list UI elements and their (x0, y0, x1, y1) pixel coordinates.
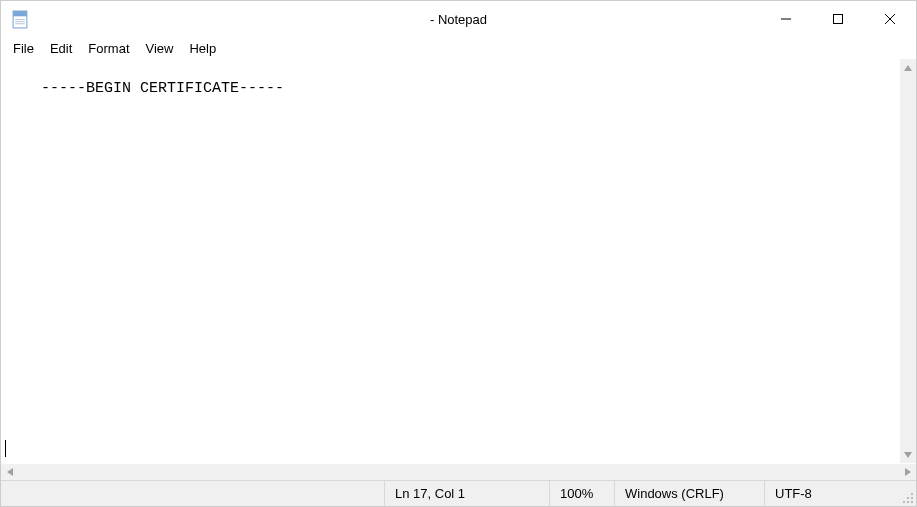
status-line-ending: Windows (CRLF) (614, 481, 764, 506)
menu-format[interactable]: Format (80, 39, 137, 58)
minimize-button[interactable] (760, 1, 812, 37)
scroll-right-icon[interactable] (899, 464, 916, 481)
svg-rect-1 (13, 11, 27, 16)
maximize-button[interactable] (812, 1, 864, 37)
menu-help[interactable]: Help (181, 39, 224, 58)
status-position: Ln 17, Col 1 (384, 481, 549, 506)
status-spacer (1, 481, 384, 506)
horizontal-scrollbar[interactable] (1, 463, 916, 480)
window-controls (760, 1, 916, 37)
close-button[interactable] (864, 1, 916, 37)
svg-point-9 (911, 493, 913, 495)
svg-point-10 (907, 497, 909, 499)
svg-point-12 (903, 501, 905, 503)
svg-point-14 (911, 501, 913, 503)
svg-point-11 (911, 497, 913, 499)
resize-grip-icon[interactable] (899, 481, 916, 506)
status-zoom: 100% (549, 481, 614, 506)
vertical-scrollbar[interactable] (899, 59, 916, 463)
svg-point-13 (907, 501, 909, 503)
menu-view[interactable]: View (138, 39, 182, 58)
text-editor[interactable]: -----BEGIN CERTIFICATE----- (1, 59, 899, 463)
editor-content: -----BEGIN CERTIFICATE----- (41, 80, 284, 97)
menu-file[interactable]: File (5, 39, 42, 58)
app-icon (9, 8, 31, 30)
scroll-left-icon[interactable] (1, 464, 18, 481)
menubar: File Edit Format View Help (1, 37, 916, 59)
editor-area: -----BEGIN CERTIFICATE----- (1, 59, 916, 463)
scroll-down-icon[interactable] (900, 446, 917, 463)
menu-edit[interactable]: Edit (42, 39, 80, 58)
statusbar: Ln 17, Col 1 100% Windows (CRLF) UTF-8 (1, 480, 916, 506)
svg-rect-6 (834, 15, 843, 24)
scroll-up-icon[interactable] (900, 59, 917, 76)
status-encoding: UTF-8 (764, 481, 899, 506)
text-caret (5, 440, 6, 457)
titlebar: - Notepad (1, 1, 916, 37)
